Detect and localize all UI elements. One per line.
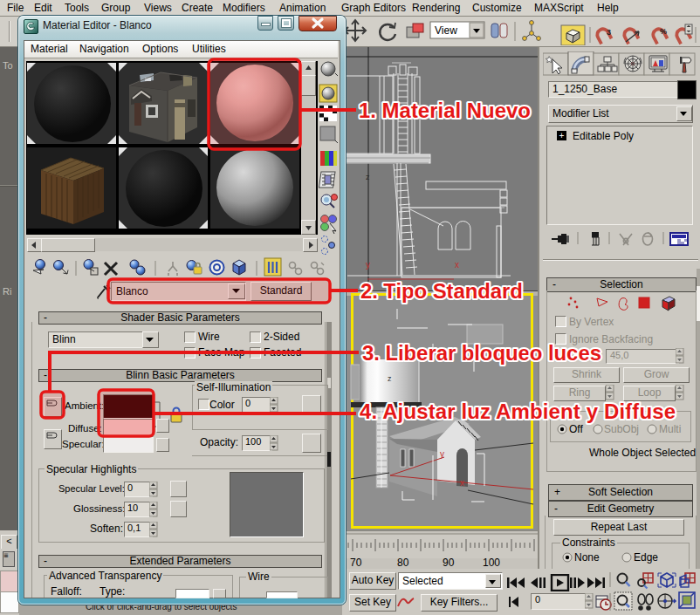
svg-text:3: 3 (607, 28, 611, 37)
svg-text:y: y (366, 260, 370, 270)
svg-text:70: 70 (350, 557, 362, 569)
svg-text:100: 100 (483, 557, 500, 569)
svg-text:%: % (660, 27, 667, 36)
svg-text:View: View (435, 24, 457, 37)
svg-text:y: y (440, 449, 444, 459)
svg-text:x: x (455, 260, 459, 270)
svg-text:z: z (388, 374, 392, 383)
svg-text:90: 90 (443, 557, 455, 569)
svg-text:z: z (366, 173, 370, 181)
svg-text:x: x (460, 478, 464, 488)
svg-text:80: 80 (397, 557, 409, 569)
